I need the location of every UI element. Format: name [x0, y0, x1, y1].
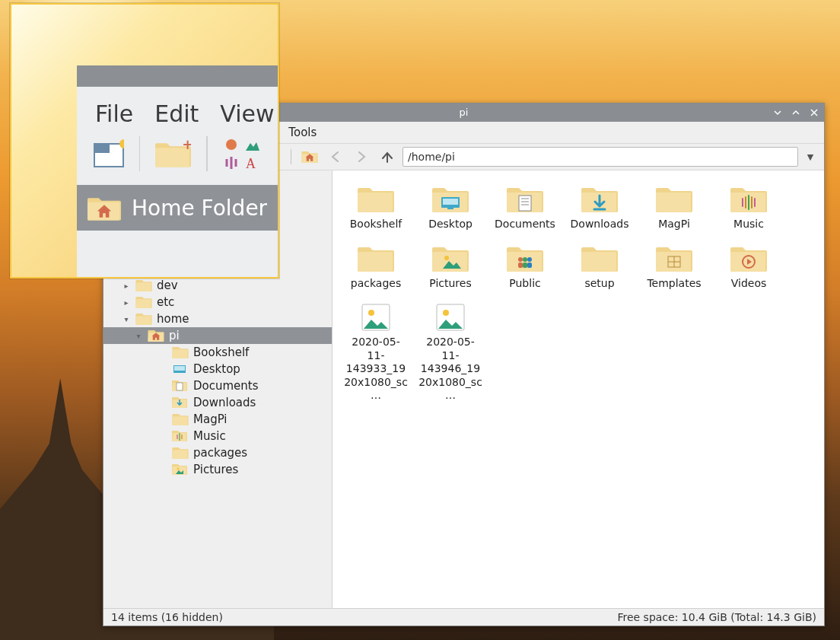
file-item-bookshelf[interactable]: Bookshelf — [342, 180, 410, 234]
file-label: Downloads — [571, 218, 629, 231]
svg-point-44 — [177, 468, 180, 470]
folder-icon — [506, 183, 544, 215]
file-label: packages — [351, 277, 401, 291]
file-item-packages[interactable]: packages — [342, 239, 410, 294]
tree-item-MagPi[interactable]: MagPi — [103, 411, 332, 428]
zoom-menu-edit[interactable]: Edit — [154, 100, 199, 127]
file-label: Desktop — [428, 218, 473, 231]
file-item-2020-05-11-143933-1920x1080-sc-[interactable]: 2020-05-11-143933_1920x1080_sc… — [342, 298, 410, 406]
new-tab-icon[interactable] — [92, 138, 124, 170]
tree-item-dev[interactable]: ▸dev — [103, 277, 332, 294]
file-item-desktop[interactable]: Desktop — [416, 180, 485, 234]
toolbar-separator — [291, 149, 291, 164]
home-button[interactable] — [299, 146, 320, 167]
tree-item-Bookshelf[interactable]: Bookshelf — [103, 344, 332, 361]
tree-item-pi[interactable]: ▾pi — [103, 327, 332, 344]
tree-label: Music — [193, 429, 226, 443]
window-controls — [772, 103, 819, 122]
path-text: /home/pi — [408, 151, 455, 163]
zoom-menu-file[interactable]: File — [95, 100, 133, 127]
tree-item-Documents[interactable]: Documents — [103, 377, 332, 394]
forward-button[interactable] — [351, 146, 372, 167]
file-label: MagPi — [658, 218, 690, 231]
file-label: Pictures — [429, 277, 471, 291]
status-items: 14 items (16 hidden) — [111, 611, 223, 623]
file-label: 2020-05-11-143946_1920x1080_sc… — [418, 336, 483, 403]
minimize-button[interactable] — [772, 107, 783, 118]
content-pane[interactable]: Bookshelf Desktop Documents Downloads Ma… — [332, 170, 824, 608]
file-label: Bookshelf — [350, 218, 402, 231]
folder-icon — [655, 183, 693, 215]
view-icon-1[interactable] — [223, 137, 240, 152]
file-item-public[interactable]: Public — [491, 239, 559, 294]
tree-twisty[interactable]: ▾ — [134, 332, 143, 340]
maximize-button[interactable] — [791, 107, 801, 118]
zoom-menu-view[interactable]: View — [220, 100, 274, 127]
tree-item-Downloads[interactable]: Downloads — [103, 394, 332, 411]
file-item-templates[interactable]: Templates — [640, 239, 708, 294]
file-item-magpi[interactable]: MagPi — [640, 180, 708, 234]
zoom-separator — [206, 136, 208, 171]
folder-icon — [506, 242, 544, 274]
path-history-button[interactable]: ▼ — [803, 152, 818, 162]
tree-label: Documents — [193, 379, 259, 393]
tree-label: Bookshelf — [193, 345, 249, 359]
view-icon-3[interactable] — [223, 155, 240, 170]
tree-item-Pictures[interactable]: Pictures — [103, 461, 332, 478]
file-item-music[interactable]: Music — [714, 180, 783, 234]
path-input[interactable]: /home/pi — [402, 147, 798, 167]
tree-twisty[interactable]: ▾ — [122, 315, 131, 323]
folder-icon — [431, 183, 469, 215]
tree-item-Music[interactable]: Music — [103, 428, 332, 444]
zoom-toolbar: + A — [77, 133, 278, 174]
view-icon-2[interactable] — [244, 137, 261, 152]
tree-item-Desktop[interactable]: Desktop — [103, 361, 332, 377]
svg-rect-39 — [174, 366, 185, 371]
tree-label: MagPi — [193, 412, 228, 426]
tree-label: Pictures — [193, 463, 238, 476]
file-item-setup[interactable]: setup — [565, 239, 634, 294]
svg-text:+: + — [183, 137, 192, 152]
image-icon — [357, 301, 395, 333]
file-label: Videos — [731, 277, 767, 291]
file-item-2020-05-11-143946-1920x1080-sc-[interactable]: 2020-05-11-143946_1920x1080_sc… — [416, 298, 485, 406]
zoom-home-folder-row[interactable]: Home Folder — [77, 185, 278, 231]
new-folder-icon[interactable]: + — [155, 136, 191, 171]
folder-icon — [431, 242, 469, 274]
file-item-documents[interactable]: Documents — [491, 180, 559, 234]
svg-rect-46 — [94, 144, 110, 153]
image-icon — [431, 301, 469, 333]
zoom-home-label: Home Folder — [132, 196, 267, 221]
desktop: pi File Edit View Sort Go Tools + — [0, 0, 840, 640]
file-label: Public — [509, 277, 540, 291]
file-item-pictures[interactable]: Pictures — [416, 239, 485, 294]
menu-tools[interactable]: Tools — [288, 126, 317, 139]
back-button[interactable] — [325, 146, 346, 167]
tree-label: pi — [169, 329, 180, 342]
view-icon-4[interactable]: A — [244, 155, 261, 170]
tree-item-home[interactable]: ▾home — [103, 310, 332, 327]
folder-icon — [730, 242, 768, 274]
svg-text:A: A — [246, 156, 256, 170]
icon-grid: Bookshelf Desktop Documents Downloads Ma… — [342, 180, 815, 406]
up-button[interactable] — [377, 146, 398, 167]
tree-twisty[interactable]: ▸ — [122, 298, 131, 307]
tree-item-packages[interactable]: packages — [103, 444, 332, 461]
tree-label: packages — [193, 446, 247, 460]
file-label: 2020-05-11-143933_1920x1080_sc… — [343, 336, 409, 403]
zoom-callout: File Edit View + A Home Folder — [10, 3, 279, 279]
home-icon — [88, 193, 121, 222]
close-button[interactable] — [809, 107, 819, 118]
tree-twisty[interactable]: ▸ — [122, 282, 131, 290]
zoom-separator — [139, 136, 141, 171]
svg-rect-40 — [177, 383, 183, 390]
tree-item-etc[interactable]: ▸etc — [103, 294, 332, 310]
svg-point-49 — [226, 139, 237, 150]
file-item-downloads[interactable]: Downloads — [565, 180, 634, 234]
file-label: setup — [584, 277, 614, 291]
file-item-videos[interactable]: Videos — [714, 239, 783, 294]
file-label: Documents — [495, 218, 555, 231]
file-label: Templates — [647, 277, 701, 291]
folder-icon — [730, 183, 768, 215]
zoom-window-fragment: File Edit View + A Home Folder — [77, 65, 278, 277]
